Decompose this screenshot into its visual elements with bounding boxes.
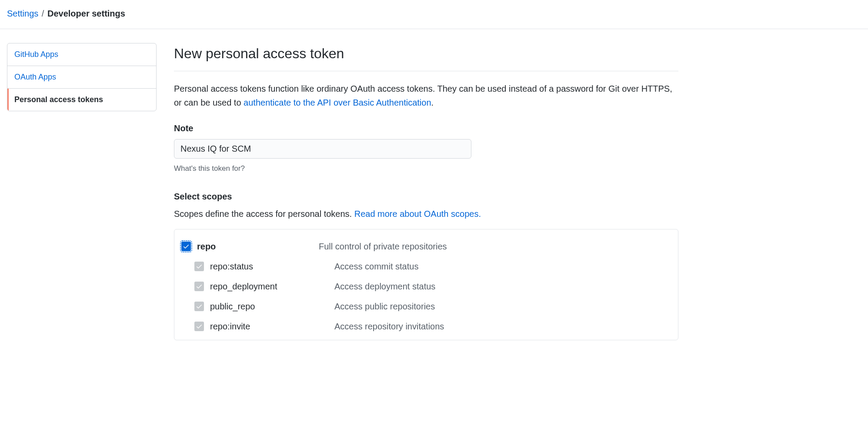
scope-checkbox-repo-invite[interactable] — [194, 322, 204, 331]
sidebar-item-github-apps[interactable]: GitHub Apps — [7, 43, 156, 66]
scope-row-repo: repo Full control of private repositorie… — [181, 236, 671, 256]
scopes-desc-before: Scopes define the access for personal to… — [174, 209, 354, 219]
sidebar-item-personal-access-tokens[interactable]: Personal access tokens — [7, 89, 156, 111]
breadcrumb-settings-link[interactable]: Settings — [7, 9, 38, 18]
check-icon — [196, 283, 203, 290]
check-icon — [196, 323, 203, 330]
sidebar-item-oauth-apps[interactable]: OAuth Apps — [7, 66, 156, 89]
scope-row-repo-status: repo:status Access commit status — [181, 256, 671, 276]
scope-desc: Access repository invitations — [334, 320, 444, 333]
breadcrumb: Settings / Developer settings — [0, 0, 868, 29]
sidebar-menu: GitHub Apps OAuth Apps Personal access t… — [7, 43, 157, 111]
description-auth-link[interactable]: authenticate to the API over Basic Authe… — [244, 98, 431, 107]
scope-checkbox-repo-status[interactable] — [194, 262, 204, 271]
check-icon — [183, 243, 190, 250]
scope-row-repo-deployment: repo_deployment Access deployment status — [181, 276, 671, 296]
scope-name: repo:status — [210, 260, 334, 273]
page-title: New personal access token — [174, 43, 678, 71]
main-content: New personal access token Personal acces… — [174, 43, 678, 340]
scope-name: repo:invite — [210, 320, 334, 333]
note-hint: What's this token for? — [174, 163, 678, 174]
scope-row-repo-invite: repo:invite Access repository invitation… — [181, 316, 671, 336]
scopes-label: Select scopes — [174, 190, 678, 203]
scope-desc: Access commit status — [334, 260, 418, 273]
breadcrumb-separator: / — [42, 9, 44, 18]
sidebar: GitHub Apps OAuth Apps Personal access t… — [7, 43, 157, 340]
scope-desc: Access public repositories — [334, 300, 435, 313]
scopes-box: repo Full control of private repositorie… — [174, 229, 678, 340]
scope-name: public_repo — [210, 300, 334, 313]
scope-row-public-repo: public_repo Access public repositories — [181, 296, 671, 316]
scope-desc: Full control of private repositories — [319, 240, 447, 253]
scope-checkbox-repo-deployment[interactable] — [194, 282, 204, 291]
note-label: Note — [174, 122, 678, 135]
scopes-desc-link[interactable]: Read more about OAuth scopes. — [354, 209, 481, 219]
description-text-after: . — [431, 98, 434, 107]
check-icon — [196, 303, 203, 310]
check-icon — [196, 263, 203, 270]
scope-checkbox-repo[interactable] — [181, 242, 191, 251]
scope-name: repo — [197, 240, 319, 253]
token-description: Personal access tokens function like ord… — [174, 82, 678, 110]
scope-checkbox-public-repo[interactable] — [194, 302, 204, 311]
breadcrumb-current: Developer settings — [47, 9, 125, 18]
scope-desc: Access deployment status — [334, 280, 435, 293]
scope-name: repo_deployment — [210, 280, 334, 293]
scopes-description: Scopes define the access for personal to… — [174, 207, 678, 220]
note-input[interactable] — [174, 139, 471, 159]
